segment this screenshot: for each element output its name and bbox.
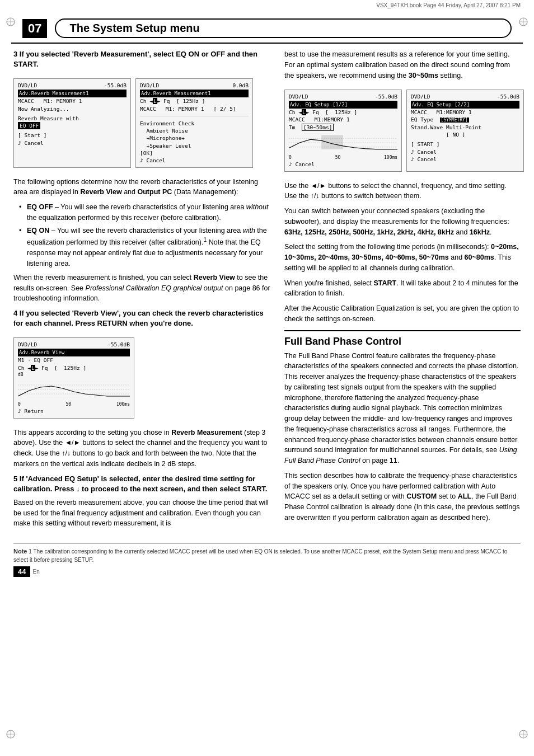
bullet-item-2: EQ ON – You will see the reverb characte…: [19, 226, 273, 269]
screen5-row1: DVD/LD -55.0dB: [411, 93, 519, 100]
page-header: 07 The System Setup menu: [11, 14, 523, 44]
screen2-cancel: ♪ Cancel: [140, 157, 249, 164]
screen5-row4: EQ Type [SYMMETRY]: [411, 116, 519, 123]
screen4-row4: MCACC M1:MEMORY 1: [289, 116, 397, 123]
screen2: DVD/LD 0.0dB Adv.Reverb Measurement1 Ch …: [135, 78, 253, 167]
section3-screens: DVD/LD -55.0dB Adv.Reverb Measurement1 M…: [13, 74, 273, 172]
right-column: best to use the measurement results as a…: [284, 49, 521, 533]
screen1-reverb: Reverb Measure with: [18, 115, 127, 122]
corner-mark-bl: [6, 729, 16, 739]
svg-rect-18: [321, 135, 343, 149]
corner-mark-tl: [6, 17, 16, 27]
right-body-text-3: You can switch between your connected sp…: [284, 206, 521, 237]
fbpc-section: Full Band Phase Control The Full Band Ph…: [284, 330, 521, 523]
screen5-cancel: ♪ Cancel: [411, 148, 519, 156]
screen3-return: ♪ Return: [18, 407, 130, 415]
right-body-text-2: Use the ◄/► buttons to select the channe…: [284, 181, 521, 202]
screen1-row4: Now Analyzing...: [18, 105, 127, 112]
page-lang: En: [32, 569, 39, 575]
screen4-axis: 0 50 100ms: [289, 154, 397, 161]
corner-mark-br: [518, 729, 528, 739]
corner-mark-tr: [518, 17, 528, 27]
adv-eq-graph-svg: [289, 133, 397, 153]
body-text-1: The following options determine how the …: [13, 177, 273, 198]
screen4-cancel: ♪ Cancel: [289, 161, 397, 168]
right-body-text-4: Select the setting from the following ti…: [284, 242, 521, 273]
note-text: 1 The calibration corresponding to the c…: [13, 548, 507, 562]
page-title: The System Setup menu: [55, 18, 512, 38]
screen5: DVD/LD -55.0dB Adv. EQ Setup [2/2] MCACC…: [406, 90, 524, 171]
screen1-cancel: ♪ Cancel: [18, 139, 127, 147]
screen2-mic: +Microphone+: [140, 134, 249, 142]
screen4-row3: Ch ◄L► Fq [ 125Hz ]: [289, 109, 397, 116]
right-body-text-1: best to use the measurement results as a…: [284, 49, 521, 81]
right-screens: DVD/LD -55.0dB Adv. EQ Setup [1/2] Ch ◄L…: [284, 85, 521, 176]
reverb-graph-svg: [18, 379, 130, 400]
screen3-wrapper: DVD/LD -55.0dB Adv.Reverb View M1 · EQ O…: [13, 333, 273, 422]
screen2-ambient: Ambient Noise: [140, 127, 249, 134]
screen3-row3: M1 · EQ OFF: [18, 356, 130, 364]
section5-heading: 5 If 'Advanced EQ Setup' is selected, en…: [13, 474, 273, 494]
screen3-axis: 0 50 100ms: [18, 401, 130, 407]
screen4-row5: Tm [30~50ms]: [289, 124, 397, 131]
bullet-item-1: EQ OFF – You will see the reverb charact…: [19, 202, 273, 223]
screen2-spk: +Speaker Level: [140, 142, 249, 149]
screen1-eq: EQ OFF: [18, 122, 127, 129]
fbpc-title: Full Band Phase Control: [284, 336, 521, 348]
screen4-row1: DVD/LD -55.0dB: [289, 93, 397, 100]
screen1-row1: DVD/LD -55.0dB: [18, 82, 127, 89]
screen1-start: [ Start ]: [18, 132, 127, 139]
fbpc-body-2: This section describes how to calibrate …: [284, 471, 521, 523]
screen2-row1: DVD/LD 0.0dB: [140, 82, 249, 89]
screen2-row3: Ch ◄L► Fq [ 125Hz ]: [140, 97, 249, 105]
screen3-row1: DVD/LD -55.0dB: [18, 341, 130, 348]
screen1-row2: Adv.Reverb Measurement1: [18, 90, 127, 98]
screen2-row2: Adv.Reverb Measurement1: [140, 90, 249, 98]
note-footer: Note 1 The calibration corresponding to …: [13, 543, 521, 564]
left-column: 3 If you selected 'Reverb Measurement', …: [13, 49, 273, 533]
main-content: 3 If you selected 'Reverb Measurement', …: [0, 44, 534, 539]
screen3-db-label: dB: [18, 372, 130, 378]
screen5-row2: Adv. EQ Setup [2/2]: [411, 101, 519, 109]
section4-heading: 4 If you selected 'Reverb View', you can…: [13, 308, 273, 328]
screen3-row2: Adv.Reverb View: [18, 349, 130, 357]
screen2-env: Environment Check: [140, 120, 249, 127]
page-number-bar: 44 En: [13, 566, 521, 577]
screen5-cancel2: ♪ Cancel: [411, 156, 519, 163]
screen5-start: [ START ]: [411, 140, 519, 148]
screen4: DVD/LD -55.0dB Adv. EQ Setup [1/2] Ch ◄L…: [284, 90, 402, 171]
screen5-row6: [ NO ]: [411, 131, 519, 138]
screen2-row4: MCACC M1: MEMORY 1 [ 2/ 5]: [140, 105, 249, 112]
body-text-4: Based on the reverb measurement above, y…: [13, 497, 273, 529]
body-text-3: This appears according to the setting yo…: [13, 428, 273, 469]
fbpc-body-1: The Full Band Phase Control feature cali…: [284, 351, 521, 466]
page-number: 44: [13, 566, 30, 577]
right-body-text-5: When you're finished, select START. It w…: [284, 278, 521, 299]
screen5-row5: Stand.Wave Multi-Point: [411, 124, 519, 131]
screen4-row2: Adv. EQ Setup [1/2]: [289, 101, 397, 109]
bullet-list: EQ OFF – You will see the reverb charact…: [19, 202, 273, 269]
note-label: Note: [13, 548, 27, 555]
screen2-ok: [OK]: [140, 149, 249, 157]
screen3-graph: [18, 379, 130, 400]
section3-heading: 3 If you selected 'Reverb Measurement', …: [13, 49, 273, 69]
screen3: DVD/LD -55.0dB Adv.Reverb View M1 · EQ O…: [13, 337, 134, 418]
screen1-row3: MCACC M1: MEMORY 1: [18, 97, 127, 105]
screen5-row3: MCACC M1:MEMORY 1: [411, 109, 519, 116]
chapter-number: 07: [22, 19, 47, 38]
right-body-text-6: After the Acoustic Calibration Equalizat…: [284, 303, 521, 325]
body-text-2: When the reverb measurement is finished,…: [13, 273, 273, 304]
page-meta: VSX_94TXH.book Page 44 Friday, April 27,…: [0, 0, 534, 8]
screen3-row4: Ch ◄L► Fq [ 125Hz ]: [18, 364, 130, 372]
screen4-graph: [289, 133, 397, 153]
screen1: DVD/LD -55.0dB Adv.Reverb Measurement1 M…: [13, 78, 131, 167]
